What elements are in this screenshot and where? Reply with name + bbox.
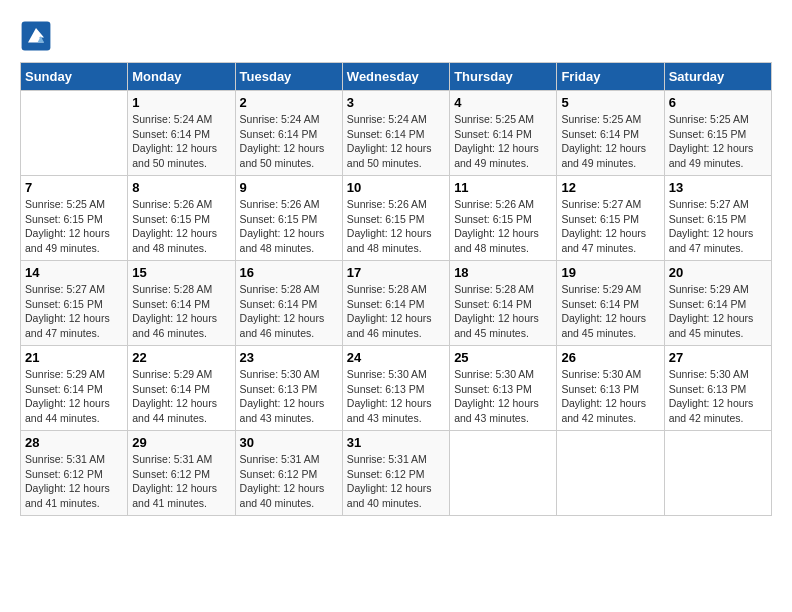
day-number: 9 [240,180,338,195]
calendar-cell: 2Sunrise: 5:24 AMSunset: 6:14 PMDaylight… [235,91,342,176]
day-number: 20 [669,265,767,280]
day-number: 26 [561,350,659,365]
day-info: Sunrise: 5:28 AMSunset: 6:14 PMDaylight:… [454,282,552,341]
day-info: Sunrise: 5:31 AMSunset: 6:12 PMDaylight:… [347,452,445,511]
day-info: Sunrise: 5:25 AMSunset: 6:15 PMDaylight:… [25,197,123,256]
day-info: Sunrise: 5:29 AMSunset: 6:14 PMDaylight:… [561,282,659,341]
calendar-cell: 22Sunrise: 5:29 AMSunset: 6:14 PMDayligh… [128,346,235,431]
calendar-cell: 12Sunrise: 5:27 AMSunset: 6:15 PMDayligh… [557,176,664,261]
day-number: 28 [25,435,123,450]
calendar-cell: 18Sunrise: 5:28 AMSunset: 6:14 PMDayligh… [450,261,557,346]
day-info: Sunrise: 5:30 AMSunset: 6:13 PMDaylight:… [669,367,767,426]
day-info: Sunrise: 5:29 AMSunset: 6:14 PMDaylight:… [25,367,123,426]
calendar-header-row: SundayMondayTuesdayWednesdayThursdayFrid… [21,63,772,91]
day-number: 24 [347,350,445,365]
day-number: 22 [132,350,230,365]
calendar-cell: 20Sunrise: 5:29 AMSunset: 6:14 PMDayligh… [664,261,771,346]
calendar-cell: 21Sunrise: 5:29 AMSunset: 6:14 PMDayligh… [21,346,128,431]
day-info: Sunrise: 5:30 AMSunset: 6:13 PMDaylight:… [561,367,659,426]
day-info: Sunrise: 5:28 AMSunset: 6:14 PMDaylight:… [347,282,445,341]
calendar-cell [557,431,664,516]
day-info: Sunrise: 5:25 AMSunset: 6:14 PMDaylight:… [454,112,552,171]
day-number: 19 [561,265,659,280]
day-number: 13 [669,180,767,195]
day-number: 7 [25,180,123,195]
day-info: Sunrise: 5:26 AMSunset: 6:15 PMDaylight:… [454,197,552,256]
calendar-week-row: 7Sunrise: 5:25 AMSunset: 6:15 PMDaylight… [21,176,772,261]
day-number: 15 [132,265,230,280]
calendar-cell: 30Sunrise: 5:31 AMSunset: 6:12 PMDayligh… [235,431,342,516]
page-header [20,20,772,52]
day-number: 6 [669,95,767,110]
calendar-cell: 31Sunrise: 5:31 AMSunset: 6:12 PMDayligh… [342,431,449,516]
day-info: Sunrise: 5:25 AMSunset: 6:15 PMDaylight:… [669,112,767,171]
day-number: 8 [132,180,230,195]
calendar-day-header: Monday [128,63,235,91]
calendar-cell: 11Sunrise: 5:26 AMSunset: 6:15 PMDayligh… [450,176,557,261]
day-info: Sunrise: 5:29 AMSunset: 6:14 PMDaylight:… [132,367,230,426]
day-info: Sunrise: 5:28 AMSunset: 6:14 PMDaylight:… [240,282,338,341]
day-number: 23 [240,350,338,365]
calendar-cell: 25Sunrise: 5:30 AMSunset: 6:13 PMDayligh… [450,346,557,431]
day-number: 1 [132,95,230,110]
calendar-cell: 19Sunrise: 5:29 AMSunset: 6:14 PMDayligh… [557,261,664,346]
calendar-week-row: 28Sunrise: 5:31 AMSunset: 6:12 PMDayligh… [21,431,772,516]
day-info: Sunrise: 5:25 AMSunset: 6:14 PMDaylight:… [561,112,659,171]
calendar-cell: 7Sunrise: 5:25 AMSunset: 6:15 PMDaylight… [21,176,128,261]
day-info: Sunrise: 5:24 AMSunset: 6:14 PMDaylight:… [240,112,338,171]
calendar-day-header: Saturday [664,63,771,91]
day-info: Sunrise: 5:31 AMSunset: 6:12 PMDaylight:… [240,452,338,511]
calendar-cell: 10Sunrise: 5:26 AMSunset: 6:15 PMDayligh… [342,176,449,261]
calendar-cell: 15Sunrise: 5:28 AMSunset: 6:14 PMDayligh… [128,261,235,346]
logo [20,20,58,52]
calendar-week-row: 21Sunrise: 5:29 AMSunset: 6:14 PMDayligh… [21,346,772,431]
calendar-cell: 4Sunrise: 5:25 AMSunset: 6:14 PMDaylight… [450,91,557,176]
day-number: 14 [25,265,123,280]
day-number: 11 [454,180,552,195]
day-number: 2 [240,95,338,110]
day-number: 27 [669,350,767,365]
day-info: Sunrise: 5:24 AMSunset: 6:14 PMDaylight:… [347,112,445,171]
day-number: 3 [347,95,445,110]
calendar-cell [664,431,771,516]
calendar-cell: 27Sunrise: 5:30 AMSunset: 6:13 PMDayligh… [664,346,771,431]
calendar-cell: 6Sunrise: 5:25 AMSunset: 6:15 PMDaylight… [664,91,771,176]
day-number: 17 [347,265,445,280]
calendar-cell: 1Sunrise: 5:24 AMSunset: 6:14 PMDaylight… [128,91,235,176]
day-number: 29 [132,435,230,450]
calendar-cell: 24Sunrise: 5:30 AMSunset: 6:13 PMDayligh… [342,346,449,431]
calendar-cell: 29Sunrise: 5:31 AMSunset: 6:12 PMDayligh… [128,431,235,516]
day-number: 10 [347,180,445,195]
calendar-cell: 5Sunrise: 5:25 AMSunset: 6:14 PMDaylight… [557,91,664,176]
day-info: Sunrise: 5:28 AMSunset: 6:14 PMDaylight:… [132,282,230,341]
calendar-cell: 13Sunrise: 5:27 AMSunset: 6:15 PMDayligh… [664,176,771,261]
day-info: Sunrise: 5:30 AMSunset: 6:13 PMDaylight:… [454,367,552,426]
day-info: Sunrise: 5:27 AMSunset: 6:15 PMDaylight:… [25,282,123,341]
day-info: Sunrise: 5:31 AMSunset: 6:12 PMDaylight:… [132,452,230,511]
day-info: Sunrise: 5:26 AMSunset: 6:15 PMDaylight:… [132,197,230,256]
calendar-day-header: Friday [557,63,664,91]
calendar-cell: 26Sunrise: 5:30 AMSunset: 6:13 PMDayligh… [557,346,664,431]
calendar-cell: 17Sunrise: 5:28 AMSunset: 6:14 PMDayligh… [342,261,449,346]
day-info: Sunrise: 5:31 AMSunset: 6:12 PMDaylight:… [25,452,123,511]
calendar-table: SundayMondayTuesdayWednesdayThursdayFrid… [20,62,772,516]
day-number: 12 [561,180,659,195]
day-number: 21 [25,350,123,365]
calendar-cell: 3Sunrise: 5:24 AMSunset: 6:14 PMDaylight… [342,91,449,176]
day-info: Sunrise: 5:27 AMSunset: 6:15 PMDaylight:… [561,197,659,256]
logo-icon [20,20,52,52]
day-number: 4 [454,95,552,110]
day-info: Sunrise: 5:24 AMSunset: 6:14 PMDaylight:… [132,112,230,171]
calendar-day-header: Thursday [450,63,557,91]
calendar-cell: 28Sunrise: 5:31 AMSunset: 6:12 PMDayligh… [21,431,128,516]
day-info: Sunrise: 5:27 AMSunset: 6:15 PMDaylight:… [669,197,767,256]
day-info: Sunrise: 5:29 AMSunset: 6:14 PMDaylight:… [669,282,767,341]
day-number: 31 [347,435,445,450]
day-info: Sunrise: 5:30 AMSunset: 6:13 PMDaylight:… [347,367,445,426]
calendar-day-header: Wednesday [342,63,449,91]
calendar-day-header: Sunday [21,63,128,91]
day-number: 16 [240,265,338,280]
calendar-cell: 14Sunrise: 5:27 AMSunset: 6:15 PMDayligh… [21,261,128,346]
calendar-cell [21,91,128,176]
calendar-cell: 16Sunrise: 5:28 AMSunset: 6:14 PMDayligh… [235,261,342,346]
